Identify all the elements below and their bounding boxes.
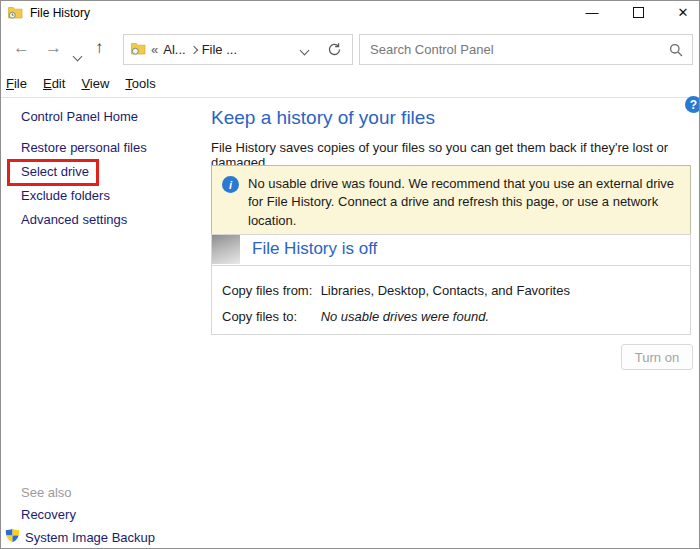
breadcrumb-item-all-items[interactable]: Al... [163,42,185,57]
page-title: Keep a history of your files [211,107,435,129]
chevron-down-icon [73,52,83,62]
menu-file[interactable]: File [1,74,35,96]
title-bar: File History — ✕ [1,1,699,25]
drive-thumbnail-icon [212,235,240,264]
info-icon: i [222,176,239,193]
window-title: File History [30,6,90,20]
folder-history-icon [131,42,146,58]
breadcrumb-separator-icon [189,45,197,53]
menu-bar: File Edit View Tools [1,74,164,96]
maximize-button[interactable] [622,1,654,24]
search-input[interactable] [360,35,692,64]
copy-files-from-row: Copy files from: Libraries, Desktop, Con… [222,283,570,298]
close-button[interactable]: ✕ [667,1,699,24]
recent-locations-dropdown[interactable] [74,46,81,64]
refresh-button[interactable] [327,42,342,57]
sidebar-item-system-image-backup[interactable]: System Image Backup [5,528,155,546]
menu-edit[interactable]: Edit [35,74,73,96]
status-title: File History is off [252,239,377,259]
breadcrumb-overflow[interactable]: « [151,42,158,57]
search-box [359,34,693,65]
up-button[interactable]: ↑ [95,38,104,58]
file-history-app-icon [8,5,23,23]
forward-button[interactable]: → [45,38,62,58]
sidebar-item-advanced-settings[interactable]: Advanced settings [21,209,127,231]
search-icon[interactable] [669,43,683,61]
toolbar-separator [1,97,699,98]
refresh-icon [327,42,342,57]
notice-text: No usable drive was found. We recommend … [248,175,680,230]
copy-from-value: Libraries, Desktop, Contacts, and Favori… [321,283,570,298]
back-button[interactable]: ← [13,38,30,58]
help-button[interactable]: ? [685,96,700,113]
sidebar-item-select-drive[interactable]: Select drive [21,161,89,183]
see-also-heading: See also [21,485,72,500]
status-panel-header: File History is off [212,235,690,266]
file-history-window: File History — ✕ ← → ↑ « Al... File ... [0,0,700,549]
copy-to-label: Copy files to: [222,309,317,324]
question-mark-icon: ? [690,98,697,112]
minimize-button[interactable]: — [576,1,608,24]
turn-on-button[interactable]: Turn on [621,344,693,370]
copy-files-to-row: Copy files to: No usable drives were fou… [222,309,489,324]
breadcrumb-item-file-history[interactable]: File ... [202,42,237,57]
address-dropdown[interactable] [301,42,308,57]
address-bar[interactable]: « Al... File ... [123,34,353,65]
menu-tools[interactable]: Tools [117,74,163,96]
file-history-status-panel: File History is off Copy files from: Lib… [211,234,691,335]
sidebar-item-restore-personal-files[interactable]: Restore personal files [21,137,147,159]
uac-shield-icon [5,528,20,546]
sidebar-item-control-panel-home[interactable]: Control Panel Home [21,109,138,124]
chevron-down-icon [300,46,310,56]
maximize-icon [633,7,644,18]
sidebar-item-recovery[interactable]: Recovery [21,507,76,522]
copy-from-label: Copy files from: [222,283,317,298]
menu-view[interactable]: View [73,74,117,96]
copy-to-value: No usable drives were found. [321,309,489,324]
sidebar-item-exclude-folders[interactable]: Exclude folders [21,185,110,207]
